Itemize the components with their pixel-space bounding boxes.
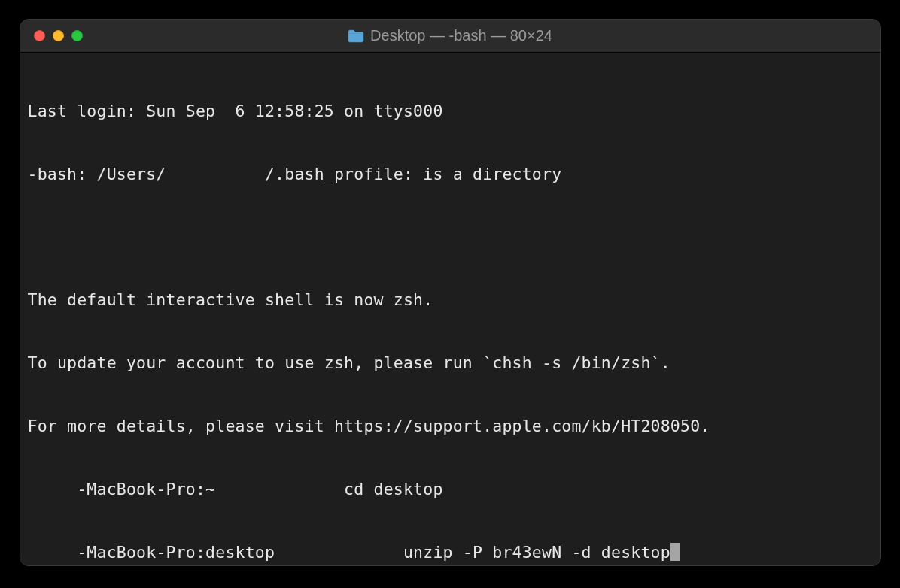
minimize-button[interactable] (53, 30, 64, 41)
maximize-button[interactable] (71, 30, 83, 41)
terminal-text: -MacBook-Pro:desktop unzip -P br43ewN -d… (28, 543, 670, 562)
terminal-line (28, 227, 873, 248)
terminal-line: -bash: /Users/ /.bash_profile: is a dire… (28, 164, 873, 185)
terminal-body[interactable]: Last login: Sun Sep 6 12:58:25 on ttys00… (20, 53, 880, 565)
titlebar[interactable]: Desktop — -bash — 80×24 (20, 20, 880, 53)
terminal-line: For more details, please visit https://s… (28, 416, 873, 437)
terminal-line: To update your account to use zsh, pleas… (28, 353, 873, 374)
folder-icon (348, 29, 364, 43)
close-button[interactable] (34, 30, 45, 41)
terminal-window: Desktop — -bash — 80×24 Last login: Sun … (20, 19, 881, 566)
terminal-line: Last login: Sun Sep 6 12:58:25 on ttys00… (28, 101, 873, 122)
window-title-text: Desktop — -bash — 80×24 (370, 27, 552, 44)
terminal-line: The default interactive shell is now zsh… (28, 289, 873, 311)
titlebar-title: Desktop — -bash — 80×24 (20, 27, 880, 44)
terminal-line: -MacBook-Pro:~ cd desktop (28, 479, 873, 500)
terminal-current-line: -MacBook-Pro:desktop unzip -P br43ewN -d… (28, 542, 873, 563)
traffic-lights (34, 30, 83, 41)
cursor (670, 543, 680, 561)
